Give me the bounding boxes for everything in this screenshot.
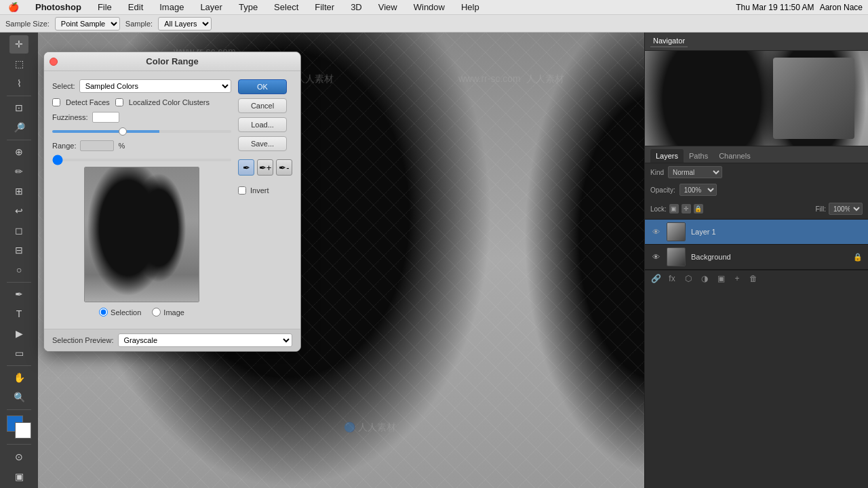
fuzziness-slider[interactable] xyxy=(52,130,231,133)
localized-color-checkbox[interactable] xyxy=(115,98,123,106)
range-slider[interactable] xyxy=(52,159,231,161)
tool-text[interactable]: T xyxy=(9,305,28,323)
menu-help[interactable]: Help xyxy=(458,2,482,12)
add-mask-icon[interactable]: ⬡ xyxy=(683,273,694,284)
navigator-section: Navigator xyxy=(645,33,868,146)
layers-tabs: Layers Paths Channels xyxy=(645,146,868,163)
navigator-person-thumbnail xyxy=(773,58,854,139)
menu-window[interactable]: Window xyxy=(411,2,448,12)
radio-row: Selection Image xyxy=(52,308,231,317)
fuzziness-input[interactable]: 78 xyxy=(92,112,119,123)
link-layers-icon[interactable]: 🔗 xyxy=(650,273,661,284)
tool-path[interactable]: ▶ xyxy=(9,325,28,343)
select-dropdown[interactable]: Sampled Colors xyxy=(79,79,231,93)
range-input[interactable] xyxy=(80,140,114,151)
tool-zoom[interactable]: 🔍 xyxy=(9,388,28,407)
adjustment-layer-icon[interactable]: ◑ xyxy=(699,273,710,284)
layer-style-icon[interactable]: fx xyxy=(667,273,677,284)
menu-file[interactable]: File xyxy=(95,2,115,12)
sample-layers-select[interactable]: All Layers xyxy=(158,17,212,30)
layer1-name: Layer 1 xyxy=(691,228,863,236)
delete-layer-icon[interactable]: 🗑 xyxy=(748,273,759,284)
layers-section: Layers Paths Channels Kind Normal Opacit… xyxy=(645,146,868,488)
cancel-button[interactable]: Cancel xyxy=(238,98,287,113)
navigator-tab[interactable]: Navigator xyxy=(650,35,688,47)
menu-3d[interactable]: 3D xyxy=(348,2,365,12)
radio-selection[interactable] xyxy=(99,308,108,317)
tool-shape[interactable]: ▭ xyxy=(9,344,28,363)
lock-all-icon[interactable]: 🔒 xyxy=(694,204,703,214)
new-group-icon[interactable]: ▣ xyxy=(715,273,726,284)
ok-button[interactable]: OK xyxy=(238,79,287,94)
layer-item-background[interactable]: 👁 Background 🔒 xyxy=(645,245,868,270)
eyedropper-normal-btn[interactable]: ✒ xyxy=(238,159,254,176)
tool-healing[interactable]: ⊕ xyxy=(9,143,28,161)
menu-select[interactable]: Select xyxy=(271,2,301,12)
tool-move[interactable]: ✛ xyxy=(9,35,28,54)
eyedropper-subtract-btn[interactable]: ✒- xyxy=(276,159,292,176)
tool-dodge[interactable]: ○ xyxy=(9,261,28,279)
background-lock-icon: 🔒 xyxy=(853,253,863,262)
kind-label: Kind xyxy=(650,169,664,176)
user-name: Aaron Nace xyxy=(820,3,863,12)
tools-panel: ✛ ⬚ ⌇ ⊡ 🔎 ⊕ ✏ ⊞ ↩ ◻ ⊟ ○ ✒ T ▶ ▭ ✋ 🔍 ⊙ ▣ xyxy=(0,33,38,488)
menu-type[interactable]: Type xyxy=(236,2,260,12)
lock-position-icon[interactable]: ✛ xyxy=(682,204,691,214)
apple-menu[interactable]: 🍎 xyxy=(5,2,22,12)
lock-pixels-icon[interactable]: ▣ xyxy=(669,204,679,214)
invert-row: Invert xyxy=(238,186,292,195)
invert-checkbox[interactable] xyxy=(238,186,246,195)
opacity-label: Opacity: xyxy=(650,186,675,194)
tool-crop[interactable]: ⊡ xyxy=(9,99,28,117)
tool-eyedropper[interactable]: 🔎 xyxy=(9,119,28,137)
menu-image[interactable]: Image xyxy=(157,2,186,12)
foreground-color-swatch[interactable] xyxy=(15,422,31,439)
radio-image[interactable] xyxy=(152,308,161,317)
tool-history[interactable]: ↩ xyxy=(9,202,28,220)
radio-image-option[interactable]: Image xyxy=(152,308,184,317)
layer-item-layer1[interactable]: 👁 Layer 1 xyxy=(645,220,868,245)
tool-lasso[interactable]: ⌇ xyxy=(9,75,28,93)
options-toolbar: Sample Size: Point Sample Sample: All La… xyxy=(0,15,868,33)
eyedropper-add-btn[interactable]: ✒+ xyxy=(257,159,273,176)
layer1-visibility-icon[interactable]: 👁 xyxy=(650,226,661,237)
app-name[interactable]: Photoshop xyxy=(33,2,84,12)
load-button[interactable]: Load... xyxy=(238,117,287,132)
menu-filter[interactable]: Filter xyxy=(312,2,337,12)
tab-paths[interactable]: Paths xyxy=(684,149,713,163)
save-button[interactable]: Save... xyxy=(238,136,287,151)
fill-label: Fill: xyxy=(815,205,826,213)
new-layer-icon[interactable]: + xyxy=(732,273,743,284)
sample-size-select[interactable]: Point Sample xyxy=(55,17,120,30)
radio-selection-option[interactable]: Selection xyxy=(99,308,141,317)
radio-image-label: Image xyxy=(163,308,184,317)
detect-faces-checkbox[interactable] xyxy=(52,98,60,106)
menu-layer[interactable]: Layer xyxy=(197,2,225,12)
dialog-close-button[interactable] xyxy=(50,58,58,66)
tab-channels[interactable]: Channels xyxy=(713,149,755,163)
range-row: Range: % xyxy=(52,140,231,151)
tool-pen[interactable]: ✒ xyxy=(9,285,28,304)
tab-layers[interactable]: Layers xyxy=(650,149,684,163)
selection-preview-select[interactable]: Grayscale xyxy=(118,333,293,347)
menu-edit[interactable]: Edit xyxy=(125,2,146,12)
selection-preview-label: Selection Preview: xyxy=(52,336,114,344)
tool-brush[interactable]: ✏ xyxy=(9,163,28,181)
color-swatches[interactable] xyxy=(7,415,31,439)
selection-preview-row: Selection Preview: Grayscale xyxy=(44,329,300,351)
menu-bar: 🍎 Photoshop File Edit Image Layer Type S… xyxy=(0,0,868,15)
tool-screen-mode[interactable]: ▣ xyxy=(9,467,28,485)
fill-select[interactable]: 100% xyxy=(829,203,863,215)
tool-gradient[interactable]: ⊟ xyxy=(9,241,28,260)
tool-hand[interactable]: ✋ xyxy=(9,369,28,387)
opacity-select[interactable]: 100% xyxy=(679,184,717,196)
tool-quick-mask[interactable]: ⊙ xyxy=(9,447,28,466)
tool-selection[interactable]: ⬚ xyxy=(9,55,28,73)
background-visibility-icon[interactable]: 👁 xyxy=(650,251,661,262)
tool-eraser[interactable]: ◻ xyxy=(9,222,28,240)
blend-mode-select[interactable]: Normal xyxy=(668,166,722,178)
radio-selection-label: Selection xyxy=(111,308,141,317)
range-label: Range: xyxy=(52,142,76,150)
tool-stamp[interactable]: ⊞ xyxy=(9,182,28,201)
menu-view[interactable]: View xyxy=(376,2,400,12)
